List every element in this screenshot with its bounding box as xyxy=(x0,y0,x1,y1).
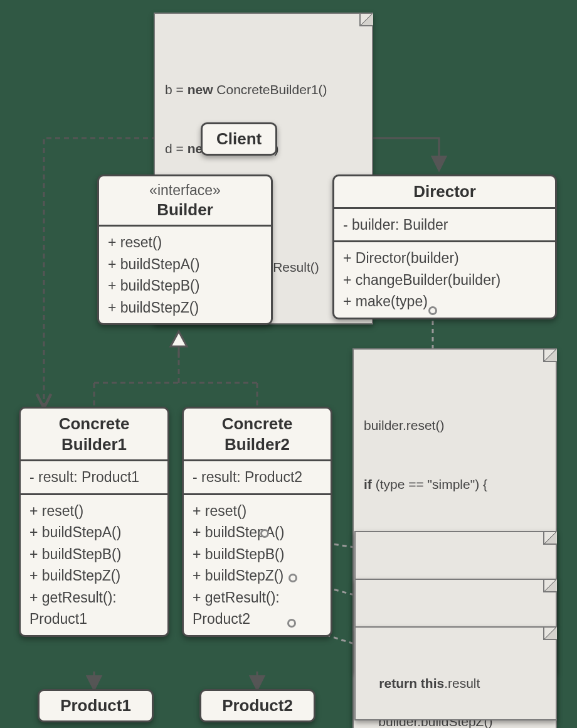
cb2-name-line1: Concrete xyxy=(222,414,293,433)
builder-name: Builder xyxy=(157,200,213,219)
cb1-name-line2: Builder1 xyxy=(61,435,127,454)
director-attrs: - builder: Builder xyxy=(334,207,555,241)
make-lollipop-icon xyxy=(428,306,437,315)
client-class: Client xyxy=(201,122,277,156)
cb2-name-line2: Builder2 xyxy=(225,435,290,454)
director-methods: + Director(builder) + changeBuilder(buil… xyxy=(334,240,555,318)
product1-class: Product1 xyxy=(38,689,154,722)
buildstepb-lollipop-icon xyxy=(288,574,297,582)
concrete-builder1-class: Concrete Builder1 - result: Product1 + r… xyxy=(19,407,169,637)
note-dogear-icon xyxy=(543,579,557,592)
product1-label: Product1 xyxy=(60,696,131,715)
getresult-note: return this.result xyxy=(354,626,557,720)
director-name: Director xyxy=(413,182,476,201)
getresult-lollipop-icon xyxy=(287,619,296,628)
client-label: Client xyxy=(216,129,262,148)
cb2-attrs: - result: Product2 xyxy=(184,459,331,493)
reset-lollipop-icon xyxy=(260,529,269,538)
note-dogear-icon xyxy=(543,531,557,545)
note-dogear-icon xyxy=(543,626,557,640)
builder-methods: + reset() + buildStepA() + buildStepB() … xyxy=(99,225,271,323)
note-dogear-icon xyxy=(543,348,557,362)
cb1-name-line1: Concrete xyxy=(59,414,130,433)
cb1-methods: + reset() + buildStepA() + buildStepB() … xyxy=(21,493,167,635)
product2-label: Product2 xyxy=(222,696,293,715)
builder-stereotype: «interface» xyxy=(108,181,262,200)
product2-class: Product2 xyxy=(199,689,315,722)
note-dogear-icon xyxy=(359,13,373,26)
builder-interface: «interface» Builder + reset() + buildSte… xyxy=(97,174,273,325)
cb1-attrs: - result: Product1 xyxy=(21,459,167,493)
director-class: Director - builder: Builder + Director(b… xyxy=(332,174,557,319)
cb2-methods: + reset() + buildStepA() + buildStepB() … xyxy=(184,493,331,635)
concrete-builder2-class: Concrete Builder2 - result: Product2 + r… xyxy=(182,407,332,637)
